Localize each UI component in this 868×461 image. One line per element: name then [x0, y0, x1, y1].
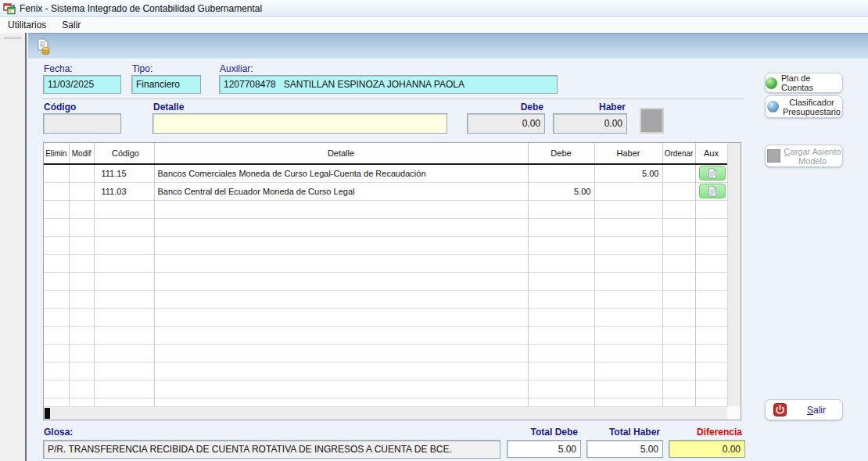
cell-debe	[528, 236, 594, 254]
haber-input[interactable]	[553, 113, 627, 134]
haber-label: Haber	[553, 102, 626, 113]
cell-detalle	[154, 290, 528, 308]
cell-codigo	[94, 218, 154, 236]
total-haber-label: Total Haber	[586, 427, 663, 438]
entry-table-body: 111.15Bancos Comerciales Moneda de Curso…	[44, 164, 727, 416]
cell-modif	[69, 164, 94, 182]
salir-label: Salir	[791, 406, 842, 415]
cell-ordenar	[662, 326, 695, 344]
aux-document-button[interactable]	[699, 184, 726, 198]
cell-elimin	[44, 326, 69, 344]
cell-aux	[695, 200, 727, 218]
glosa-input[interactable]	[43, 440, 500, 459]
auxiliar-input[interactable]	[219, 75, 558, 94]
auxiliary-document-icon	[708, 168, 717, 179]
menu-item-utilitarios[interactable]: Utilitarios	[0, 17, 54, 33]
plan-de-cuentas-label: Plan de Cuentas	[781, 73, 842, 92]
entries-table: Elimin Modif Código Detalle Debe Haber O…	[44, 143, 728, 416]
color-indicator-button[interactable]	[640, 108, 664, 134]
cell-modif	[69, 254, 94, 272]
total-debe-label: Total Debe	[507, 427, 581, 438]
aux-document-button[interactable]	[699, 166, 726, 180]
horizontal-scrollbar[interactable]	[44, 406, 727, 420]
cell-detalle	[154, 200, 528, 218]
cell-elimin	[44, 164, 69, 182]
debe-label: Debe	[467, 102, 543, 113]
header-haber: Haber	[594, 143, 662, 164]
splitter-grip[interactable]	[3, 37, 22, 39]
salir-button[interactable]: Salir	[765, 399, 843, 420]
cell-aux	[695, 326, 727, 344]
cell-debe	[528, 380, 594, 398]
tipo-input[interactable]	[131, 75, 201, 94]
cell-ordenar	[662, 290, 695, 308]
scrollbar-corner	[727, 406, 741, 420]
cell-ordenar	[662, 362, 695, 380]
cell-haber: 5.00	[594, 164, 662, 182]
new-entry-button[interactable]	[34, 38, 53, 56]
clasificador-presupuestario-button[interactable]: Clasificador Presupuestario	[765, 95, 843, 118]
table-row[interactable]	[44, 272, 727, 290]
menu-item-salir[interactable]: Salir	[54, 17, 88, 33]
cell-modif	[69, 290, 94, 308]
cell-debe	[528, 308, 594, 326]
table-row[interactable]	[44, 362, 727, 380]
table-row[interactable]	[44, 326, 727, 344]
cell-modif	[69, 362, 94, 380]
table-row[interactable]	[44, 254, 727, 272]
cell-modif	[69, 218, 94, 236]
cell-codigo	[94, 236, 154, 254]
cell-haber	[594, 344, 662, 362]
table-row[interactable]	[44, 290, 727, 308]
tipo-label: Tipo:	[132, 63, 152, 74]
cell-haber	[594, 182, 662, 200]
green-sphere-icon	[766, 77, 777, 89]
cell-haber	[594, 236, 662, 254]
table-row[interactable]	[44, 380, 727, 398]
left-collapsed-panel[interactable]	[0, 33, 27, 461]
table-row[interactable]	[44, 308, 727, 326]
cell-haber	[594, 290, 662, 308]
auxiliar-label: Auxiliar:	[220, 63, 253, 74]
cell-aux	[695, 344, 727, 362]
table-row[interactable]	[44, 344, 727, 362]
header-elimin: Elimin	[44, 143, 69, 164]
cargar-asiento-modelo-button[interactable]: Cargar Asiento Modelo	[765, 145, 843, 167]
cell-codigo	[94, 290, 154, 308]
header-ordenar: Ordenar	[662, 143, 695, 164]
cell-aux	[695, 254, 727, 272]
vertical-scrollbar[interactable]	[727, 143, 741, 406]
fecha-input[interactable]	[43, 75, 121, 94]
debe-input[interactable]	[467, 113, 545, 134]
cell-elimin	[44, 362, 69, 380]
cell-codigo	[94, 344, 154, 362]
cell-modif	[69, 326, 94, 344]
codigo-label: Código	[44, 102, 76, 113]
table-row[interactable]: 111.03Banco Central del Ecuador Moneda d…	[44, 182, 727, 200]
table-row[interactable]	[44, 218, 727, 236]
cell-codigo	[94, 272, 154, 290]
cell-debe	[528, 344, 594, 362]
table-row[interactable]	[44, 236, 727, 254]
cell-modif	[69, 236, 94, 254]
cell-detalle	[154, 272, 528, 290]
cell-haber	[594, 254, 662, 272]
cell-detalle	[154, 362, 528, 380]
plan-de-cuentas-button[interactable]: Plan de Cuentas	[765, 73, 843, 93]
cell-aux	[695, 362, 727, 380]
cell-ordenar	[662, 218, 695, 236]
horizontal-scrollbar-thumb[interactable]	[45, 408, 50, 419]
total-debe-input	[507, 440, 581, 458]
cell-modif	[69, 380, 94, 398]
cell-elimin	[44, 272, 69, 290]
cell-haber	[594, 326, 662, 344]
table-header-row: Elimin Modif Código Detalle Debe Haber O…	[44, 143, 727, 164]
detalle-input[interactable]	[152, 113, 447, 134]
cell-elimin	[44, 290, 69, 308]
header-modif: Modif	[69, 143, 94, 164]
table-row[interactable]: 111.15Bancos Comerciales Moneda de Curso…	[44, 164, 727, 182]
table-row[interactable]	[44, 200, 727, 218]
separator-line	[43, 98, 744, 99]
cell-modif	[69, 272, 94, 290]
codigo-input[interactable]	[43, 113, 121, 134]
